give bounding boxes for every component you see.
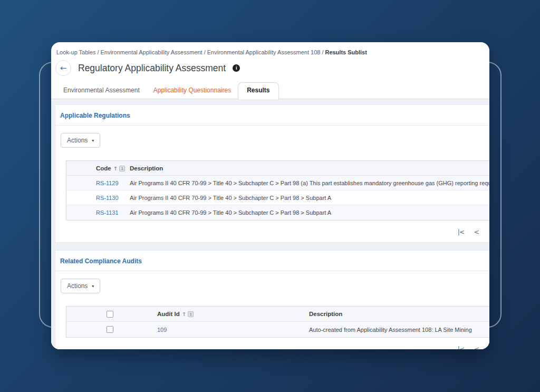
caret-down-icon: ▾ bbox=[92, 284, 94, 289]
select-cell bbox=[66, 326, 151, 333]
sort-order-badge: 1 bbox=[119, 166, 125, 171]
back-arrow-icon: ← bbox=[60, 64, 67, 72]
related-compliance-audits-title: Related Compliance Audits bbox=[55, 251, 489, 271]
breadcrumb-separator: / bbox=[322, 49, 323, 55]
table-row[interactable]: RS-1129 Air Programs II 40 CFR 70-99 > T… bbox=[66, 176, 489, 190]
row-checkbox[interactable] bbox=[107, 326, 113, 333]
page-background: Look-up Tables/Environmental Applicabili… bbox=[0, 0, 540, 392]
column-header-description[interactable]: Description bbox=[298, 311, 489, 317]
tab-environmental-assessment[interactable]: Environmental Assessment bbox=[56, 83, 147, 99]
related-compliance-audits-content: Actions ▾ Audit Id↑1 Description bbox=[55, 271, 489, 349]
column-header-code-label: Code bbox=[96, 165, 111, 171]
code-link[interactable]: RS-1131 bbox=[96, 209, 130, 216]
description-cell: Auto-created from Applicability Assessme… bbox=[298, 327, 489, 333]
previous-page-button[interactable]: < bbox=[474, 345, 479, 349]
audits-table: Audit Id↑1 Description 109 Auto-created … bbox=[66, 306, 489, 338]
card-header: Look-up Tables/Environmental Applicabili… bbox=[51, 42, 489, 99]
breadcrumb: Look-up Tables/Environmental Applicabili… bbox=[51, 42, 489, 55]
code-link[interactable]: RS-1129 bbox=[96, 180, 130, 186]
table-header-row: Code↑1 Description bbox=[66, 161, 489, 176]
breadcrumb-separator: / bbox=[97, 49, 99, 55]
card-body: Applicable Regulations Actions ▾ Code↑1 … bbox=[51, 99, 489, 349]
column-header-description[interactable]: Description bbox=[130, 165, 489, 171]
description-cell: Air Programs II 40 CFR 70-99 > Title 40 … bbox=[130, 195, 489, 201]
actions-button[interactable]: Actions ▾ bbox=[61, 279, 100, 293]
sort-order-badge: 1 bbox=[188, 311, 194, 317]
actions-label: Actions bbox=[67, 137, 88, 144]
back-button[interactable]: ← bbox=[55, 60, 71, 76]
breadcrumb-item-lookup-tables[interactable]: Look-up Tables bbox=[56, 49, 95, 55]
tab-bar: Environmental Assessment Applicability Q… bbox=[51, 82, 489, 99]
actions-button[interactable]: Actions ▾ bbox=[61, 133, 100, 148]
audit-id-link[interactable]: 109 bbox=[151, 327, 298, 333]
column-header-code[interactable]: Code↑1 bbox=[96, 165, 130, 171]
description-cell: Air Programs II 40 CFR 70-99 > Title 40 … bbox=[130, 180, 489, 186]
applicable-regulations-title: Applicable Regulations bbox=[55, 105, 489, 126]
applicable-regulations-content: Actions ▾ Code↑1 Description bbox=[55, 126, 489, 242]
breadcrumb-item-assessment-108[interactable]: Environmental Applicability Assessment 1… bbox=[207, 49, 321, 55]
page-title: Regulatory Applicability Assessment bbox=[78, 63, 226, 74]
regulations-table: Code↑1 Description RS-1129 Air Programs … bbox=[66, 160, 489, 221]
main-card: Look-up Tables/Environmental Applicabili… bbox=[51, 42, 489, 349]
select-all-checkbox[interactable] bbox=[107, 311, 113, 318]
breadcrumb-separator: / bbox=[204, 49, 206, 55]
first-page-button[interactable]: |< bbox=[458, 345, 465, 349]
related-compliance-audits-section: Related Compliance Audits Actions ▾ Audi… bbox=[55, 250, 489, 349]
breadcrumb-item-results-sublist: Results Sublist bbox=[325, 49, 367, 55]
select-all-cell bbox=[66, 311, 151, 318]
table-row[interactable]: RS-1131 Air Programs II 40 CFR 70-99 > T… bbox=[66, 205, 489, 220]
sort-asc-icon: ↑ bbox=[113, 166, 118, 171]
info-icon[interactable]: i bbox=[233, 64, 240, 72]
tab-results[interactable]: Results bbox=[238, 82, 278, 99]
actions-label: Actions bbox=[67, 282, 88, 290]
code-link[interactable]: RS-1130 bbox=[96, 195, 130, 201]
previous-page-button[interactable]: < bbox=[474, 228, 479, 236]
audits-pagination: |< < bbox=[60, 345, 479, 349]
table-header-row: Audit Id↑1 Description bbox=[66, 307, 489, 322]
table-row[interactable]: 109 Auto-created from Applicability Asse… bbox=[66, 322, 489, 337]
first-page-button[interactable]: |< bbox=[458, 228, 465, 236]
applicable-regulations-section: Applicable Regulations Actions ▾ Code↑1 … bbox=[55, 104, 489, 243]
caret-down-icon: ▾ bbox=[92, 138, 94, 143]
table-row[interactable]: RS-1130 Air Programs II 40 CFR 70-99 > T… bbox=[66, 190, 489, 205]
breadcrumb-item-env-applicability-assessment[interactable]: Environmental Applicability Assessment bbox=[100, 49, 202, 55]
tab-applicability-questionnaires[interactable]: Applicability Questionnaires bbox=[147, 83, 238, 99]
column-header-audit-id[interactable]: Audit Id↑1 bbox=[151, 311, 298, 317]
description-cell: Air Programs II 40 CFR 70-99 > Title 40 … bbox=[130, 209, 489, 216]
column-header-audit-id-label: Audit Id bbox=[157, 311, 180, 317]
regulations-pagination: |< < bbox=[60, 228, 479, 236]
sort-asc-icon: ↑ bbox=[182, 311, 186, 317]
title-row: ← Regulatory Applicability Assessment i bbox=[51, 55, 489, 76]
